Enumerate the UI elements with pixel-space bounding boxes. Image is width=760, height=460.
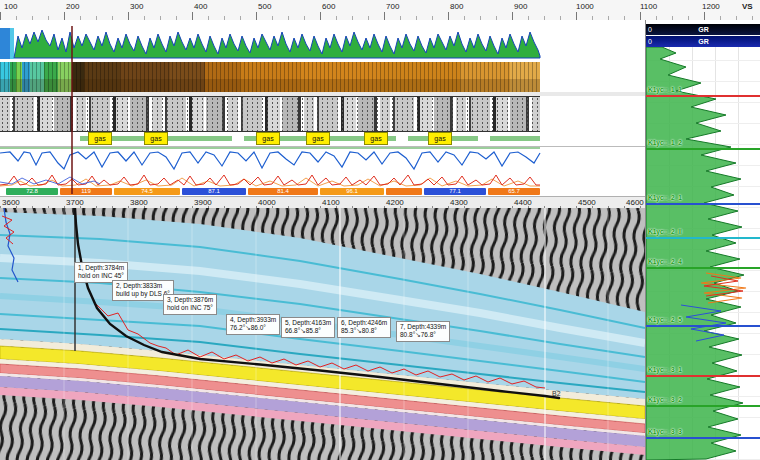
ruler-label: 100 (4, 2, 17, 11)
md-label: 4600 (626, 198, 644, 207)
md-label: 4100 (322, 198, 340, 207)
borehole-image-track (0, 62, 645, 93)
formation-top: K1yc□_2_5 (646, 325, 760, 327)
md-label: 3700 (66, 198, 84, 207)
gas-shows-row: gas gas gas gas gas gas (0, 132, 645, 146)
log-tracks[interactable]: gas gas gas gas gas gas 72.8 119 74.5 87… (0, 20, 645, 196)
steering-note-3: 3, Depth:3876m hold on INC 75° (163, 294, 217, 315)
formation-top: K1yc□_2_4 (646, 267, 760, 269)
gr-header-row-2: 0 GR (646, 36, 760, 47)
ruler-label: 400 (194, 2, 207, 11)
gr-curve-track (0, 26, 645, 63)
ruler-label: 600 (322, 2, 335, 11)
md-label: 4300 (450, 198, 468, 207)
interval-value: 72.8 (6, 188, 58, 195)
resistivity-curve (0, 152, 540, 169)
gas-flag: gas (88, 132, 112, 145)
interval-value: 96.1 (320, 188, 384, 195)
vs-ruler[interactable]: 100 200 300 400 500 600 700 800 900 1000… (0, 0, 760, 21)
md-label: 3600 (2, 198, 20, 207)
steering-note-5: 5, Depth:4163m 66.8°↘85.8° (281, 317, 335, 338)
interval-value: 65.7 (488, 188, 540, 195)
ruler-label: 1200 (702, 2, 720, 11)
ruler-label: 700 (386, 2, 399, 11)
ruler-label: 300 (130, 2, 143, 11)
cross-section-canvas[interactable]: 1, Depth:3784m hold on INC 45° 2, Depth:… (0, 208, 645, 460)
md-label: 4000 (258, 198, 276, 207)
steering-note-6: 6, Depth:4246m 85.3°↘80.8° (337, 317, 391, 338)
formation-top: K1yc□_3_2 (646, 405, 760, 407)
gr-curve (14, 30, 540, 58)
gas-flag: gas (256, 132, 280, 145)
gas-flag: gas (428, 132, 452, 145)
md-label: 4400 (514, 198, 532, 207)
interval-value: 77.1 (424, 188, 486, 195)
gas-flag: gas (364, 132, 388, 145)
gas-flag: gas (306, 132, 330, 145)
steering-note-7: 7, Depth:4339m 80.8°↘76.8° (396, 321, 450, 342)
ruler-major-ticks (0, 12, 760, 20)
target-point-label: B2 (552, 390, 561, 397)
md-label: 4500 (578, 198, 596, 207)
gr-curve-title: GR (646, 36, 760, 47)
ruler-label: 900 (514, 2, 527, 11)
interval-value: 81.4 (248, 188, 318, 195)
vs-unit-label: VS (742, 2, 753, 11)
formation-top: K1yc□_3_3 (646, 437, 760, 439)
interval-value: 87.1 (182, 188, 246, 195)
ruler-label: 1000 (576, 2, 594, 11)
md-label: 4200 (386, 198, 404, 207)
resistivity-curve-track (0, 146, 645, 173)
md-label: 3900 (194, 198, 212, 207)
formation-top: K1yc□_2_1 (646, 203, 760, 205)
ruler-label: 500 (258, 2, 271, 11)
formation-top: K1yc□_3_1 (646, 375, 760, 377)
test-interval-bar: 72.8 119 74.5 87.1 81.4 96.1 77.1 65.7 (0, 188, 645, 196)
md-label: 3800 (130, 198, 148, 207)
gas-flag: gas (144, 132, 168, 145)
ruler-label: 800 (450, 2, 463, 11)
steering-note-4: 4, Depth:3933m 76.2°↘86.0° (226, 314, 280, 335)
formation-top: K1yc□_2_ll (646, 237, 760, 239)
lithology-blank (540, 96, 645, 132)
formation-top: K1yc□_1_1 (646, 95, 760, 97)
interval-value: 119 (60, 188, 112, 195)
gr-type-log-panel[interactable]: 0 GR 0 GR K1yc□_1_1 K1yc□_1_2 K1yc□_2_1 … (645, 20, 760, 460)
gr-header-row-1: 0 GR (646, 24, 760, 35)
interval-value: 74.5 (114, 188, 180, 195)
sp-curve-track (0, 172, 645, 188)
gr-type-log-body: K1yc□_1_1 K1yc□_1_2 K1yc□_2_1 K1yc□_2_ll… (646, 47, 760, 460)
ruler-label: 1100 (640, 2, 657, 11)
ruler-label: 200 (66, 2, 79, 11)
interval-segment (386, 188, 422, 195)
formation-top: K1yc□_1_2 (646, 148, 760, 150)
geosteering-app: 100 200 300 400 500 600 700 800 900 1000… (0, 0, 760, 460)
wellhead-tie-line (71, 26, 73, 194)
gr-curve-title: GR (646, 24, 760, 35)
